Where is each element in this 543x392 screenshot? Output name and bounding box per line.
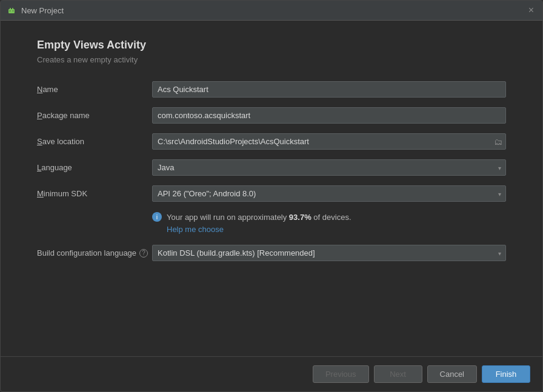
language-control: Java Kotlin ▾ bbox=[152, 159, 506, 176]
dialog-title: New Project bbox=[21, 6, 526, 15]
svg-point-4 bbox=[13, 10, 13, 11]
coverage-percentage: 93.7% bbox=[289, 213, 311, 222]
save-location-input[interactable] bbox=[152, 133, 506, 150]
section-title: Empty Views Activity bbox=[37, 39, 506, 51]
device-coverage-info: i Your app will run on approximately 93.… bbox=[152, 211, 506, 235]
minimum-sdk-label: Minimum SDK bbox=[37, 189, 152, 198]
info-icon: i bbox=[152, 212, 162, 222]
build-config-control: Kotlin DSL (build.gradle.kts) [Recommend… bbox=[152, 245, 506, 261]
cancel-button[interactable]: Cancel bbox=[427, 365, 477, 383]
finish-button[interactable]: Finish bbox=[482, 365, 530, 383]
title-bar: New Project × bbox=[1, 1, 542, 21]
name-input[interactable] bbox=[152, 81, 506, 98]
browse-folder-icon[interactable]: 🗂 bbox=[494, 137, 502, 147]
close-button[interactable]: × bbox=[526, 4, 536, 16]
info-text: Your app will run on approximately 93.7%… bbox=[167, 211, 351, 235]
minimum-sdk-control: API 26 ("Oreo"; Android 8.0) API 21 ("Lo… bbox=[152, 185, 506, 202]
build-config-row: Build configuration language ? Kotlin DS… bbox=[37, 245, 506, 261]
svg-point-3 bbox=[10, 10, 10, 11]
android-icon bbox=[7, 5, 16, 15]
save-location-row: Save location 🗂 bbox=[37, 133, 506, 150]
save-location-control: 🗂 bbox=[152, 133, 506, 150]
previous-button[interactable]: Previous bbox=[313, 365, 369, 383]
language-select[interactable]: Java Kotlin bbox=[152, 159, 506, 176]
package-name-input[interactable] bbox=[152, 107, 506, 124]
svg-rect-0 bbox=[8, 9, 15, 13]
language-row: Language Java Kotlin ▾ bbox=[37, 159, 506, 176]
package-name-label: Package name bbox=[37, 111, 152, 120]
help-me-choose-link[interactable]: Help me choose bbox=[167, 224, 351, 236]
language-label: Language bbox=[37, 163, 152, 172]
build-config-label: Build configuration language ? bbox=[37, 248, 152, 257]
build-config-select[interactable]: Kotlin DSL (build.gradle.kts) [Recommend… bbox=[152, 245, 506, 261]
name-control bbox=[152, 81, 506, 98]
minimum-sdk-row: Minimum SDK API 26 ("Oreo"; Android 8.0)… bbox=[37, 185, 506, 202]
package-name-control bbox=[152, 107, 506, 124]
new-project-dialog: New Project × Empty Views Activity Creat… bbox=[0, 0, 543, 392]
build-config-help-icon[interactable]: ? bbox=[139, 249, 148, 257]
name-row: Name bbox=[37, 81, 506, 98]
dialog-content: Empty Views Activity Creates a new empty… bbox=[1, 21, 542, 356]
minimum-sdk-select[interactable]: API 26 ("Oreo"; Android 8.0) API 21 ("Lo… bbox=[152, 185, 506, 202]
dialog-footer: Previous Next Cancel Finish bbox=[1, 356, 542, 391]
package-name-row: Package name bbox=[37, 107, 506, 124]
name-label: Name bbox=[37, 85, 152, 94]
next-button[interactable]: Next bbox=[374, 365, 422, 383]
svg-rect-1 bbox=[10, 8, 11, 10]
save-location-label: Save location bbox=[37, 137, 152, 146]
svg-rect-2 bbox=[12, 8, 13, 10]
section-subtitle: Creates a new empty activity bbox=[37, 55, 506, 64]
